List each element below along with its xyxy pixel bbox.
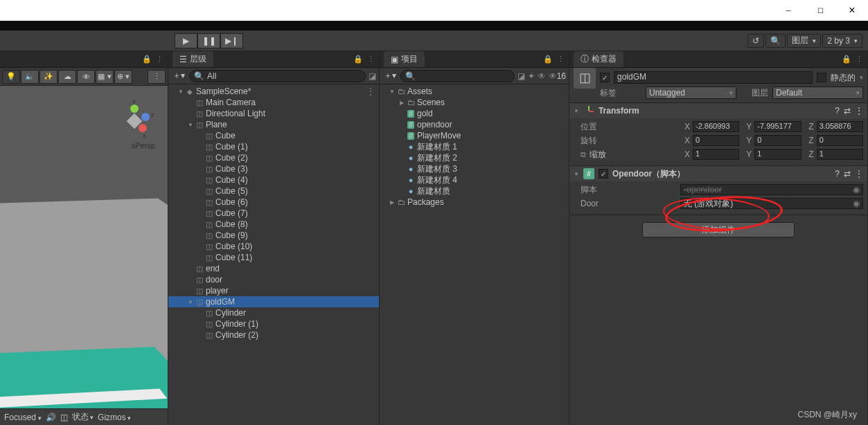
sky-toggle[interactable]: ☁ xyxy=(58,70,76,84)
lock-icon[interactable]: 🔒 xyxy=(842,55,851,64)
scale-z-field[interactable]: 1 xyxy=(817,149,863,160)
script-field[interactable]: ▫ opendoor◉ xyxy=(680,184,863,195)
tree-row[interactable]: Assets xyxy=(380,86,569,97)
tree-row[interactable]: Cube (5) xyxy=(168,186,379,197)
step-button[interactable]: ▶❙ xyxy=(220,33,243,48)
tree-row[interactable]: Cube (1) xyxy=(168,141,379,152)
more-icon[interactable]: ⋮ xyxy=(855,106,863,116)
search-menu[interactable]: ◪ xyxy=(369,71,376,81)
scene-menu[interactable]: ⋮ xyxy=(148,70,166,84)
tree-row[interactable]: Packages xyxy=(380,197,569,208)
tree-row[interactable]: Cube (7) xyxy=(168,208,379,219)
transform-header[interactable]: ▼ Transform ?⇄⋮ xyxy=(569,103,867,118)
layout-dropdown[interactable]: 2 by 3 xyxy=(822,34,862,48)
tree-row[interactable]: 新建材质 2 xyxy=(380,152,569,163)
fx-toggle[interactable]: ✨ xyxy=(39,70,57,84)
tree-row[interactable]: PlayerMove xyxy=(380,130,569,141)
search-button[interactable]: 🔍 xyxy=(765,34,786,48)
undo-history-button[interactable]: ↺ xyxy=(747,34,764,48)
tree-row[interactable]: 新建材质 xyxy=(380,186,569,197)
tree-row[interactable]: player xyxy=(168,285,379,296)
tree-row[interactable]: Cube (10) xyxy=(168,241,379,252)
pos-y-field[interactable]: -7.995177 xyxy=(754,121,801,132)
tree-row[interactable]: Main Camera xyxy=(168,97,379,108)
tree-row[interactable]: Cylinder (2) xyxy=(168,329,379,341)
add-component-button[interactable]: 添加组件 xyxy=(642,222,795,237)
filter-icon[interactable]: ◪ xyxy=(517,71,525,81)
orientation-gizmo[interactable]: y z x xyxy=(116,103,152,139)
active-checkbox[interactable]: ✓ xyxy=(600,73,610,82)
hierarchy-tree[interactable]: SampleScene*⋮Main CameraDirectional Ligh… xyxy=(168,84,379,425)
tree-row[interactable]: end xyxy=(168,263,379,274)
project-tab[interactable]: ▣ 项目 xyxy=(384,51,425,67)
rot-z-field[interactable]: 0 xyxy=(817,135,863,146)
tree-row[interactable]: Cube (9) xyxy=(168,230,379,241)
more-icon[interactable]: ⋮ xyxy=(855,169,863,179)
more-icon[interactable]: ⋮ xyxy=(367,55,375,64)
lighting-toggle[interactable]: 💡 xyxy=(2,70,20,84)
hierarchy-tab[interactable]: ☰ 层级 xyxy=(172,51,213,67)
camera-toggle[interactable]: ▦ ▾ xyxy=(96,70,114,84)
inspector-tab[interactable]: ⓘ 检查器 xyxy=(574,51,623,67)
hidden-toggle[interactable]: 👁 xyxy=(77,70,95,84)
tree-row[interactable]: Cube (11) xyxy=(168,252,379,263)
pos-z-field[interactable]: 3.058876 xyxy=(817,121,863,132)
door-field[interactable]: 无 (游戏对象)◉ xyxy=(680,198,863,209)
layers-dropdown[interactable]: 图层 xyxy=(787,34,821,48)
lock-icon[interactable]: 🔒 xyxy=(142,55,152,64)
tree-row[interactable]: Cylinder xyxy=(168,307,379,318)
pause-button[interactable]: ❚❚ xyxy=(197,33,220,48)
pos-x-field[interactable]: -2.860993 xyxy=(693,121,739,132)
tree-row[interactable]: Directional Light xyxy=(168,108,379,119)
star-icon[interactable]: ✦ xyxy=(528,71,535,81)
script-enabled-checkbox[interactable]: ✓ xyxy=(599,169,608,179)
play-button[interactable]: ▶ xyxy=(175,33,197,48)
preset-icon[interactable]: ⇄ xyxy=(844,106,851,116)
tree-row[interactable]: Scenes xyxy=(380,97,569,108)
tree-row[interactable]: door xyxy=(168,274,379,285)
close-button[interactable]: × xyxy=(836,0,868,21)
object-name-field[interactable]: goldGM xyxy=(614,71,813,84)
minimize-button[interactable]: ─ xyxy=(772,0,804,21)
stats-icon[interactable]: ◫ xyxy=(60,413,68,422)
tree-row[interactable]: SampleScene*⋮ xyxy=(168,86,379,97)
lock-icon[interactable]: 🔒 xyxy=(543,55,553,64)
tree-row[interactable]: goldGM xyxy=(168,296,379,307)
rot-x-field[interactable]: 0 xyxy=(693,135,739,146)
audio-toggle[interactable]: 🔈 xyxy=(21,70,39,84)
scale-x-field[interactable]: 1 xyxy=(693,149,739,160)
tree-row[interactable]: 新建材质 4 xyxy=(380,174,569,186)
opendoor-header[interactable]: ▼ # ✓ Opendoor（脚本） ?⇄⋮ xyxy=(569,166,867,181)
tree-row[interactable]: Cube (2) xyxy=(168,152,379,163)
help-icon[interactable]: ? xyxy=(835,106,840,116)
tree-row[interactable]: Plane xyxy=(168,119,379,130)
tree-row[interactable]: opendoor xyxy=(380,119,569,130)
more-icon[interactable]: ⋮ xyxy=(156,55,163,64)
rot-y-field[interactable]: 0 xyxy=(754,135,801,146)
maximize-button[interactable]: ☐ xyxy=(804,0,836,21)
constrain-icon[interactable]: ⧉ xyxy=(581,150,586,159)
projection-label[interactable]: ≤Persp xyxy=(131,141,155,150)
tree-row[interactable]: Cube xyxy=(168,130,379,141)
help-icon[interactable]: ? xyxy=(835,169,840,179)
tree-row[interactable]: gold xyxy=(380,108,569,119)
layer-dropdown[interactable]: Default xyxy=(772,87,863,99)
visibility-icon[interactable]: 👁 xyxy=(538,71,546,81)
tree-row[interactable]: Cube (3) xyxy=(168,163,379,174)
tree-row[interactable]: Cube (4) xyxy=(168,174,379,186)
scale-y-field[interactable]: 1 xyxy=(754,149,801,160)
more-icon[interactable]: ⋮ xyxy=(856,55,863,64)
lock-icon[interactable]: 🔒 xyxy=(353,55,363,64)
focus-mode[interactable]: Focused xyxy=(4,413,42,422)
scene-viewport[interactable]: y z x ≤Persp xyxy=(0,86,168,408)
gizmo-toggle[interactable]: ⊕ ▾ xyxy=(114,70,132,84)
tree-row[interactable]: 新建材质 1 xyxy=(380,141,569,152)
create-button[interactable]: ＋▾ xyxy=(382,70,398,82)
tree-row[interactable]: Cylinder (1) xyxy=(168,318,379,329)
state-dropdown[interactable]: 状态 xyxy=(72,411,94,423)
gizmos-dropdown[interactable]: Gizmos xyxy=(98,413,131,422)
static-checkbox[interactable] xyxy=(817,73,826,82)
mute-icon[interactable]: 🔊 xyxy=(46,413,56,422)
project-search[interactable]: 🔍 xyxy=(400,70,515,82)
hierarchy-search[interactable]: 🔍 All xyxy=(189,70,366,82)
